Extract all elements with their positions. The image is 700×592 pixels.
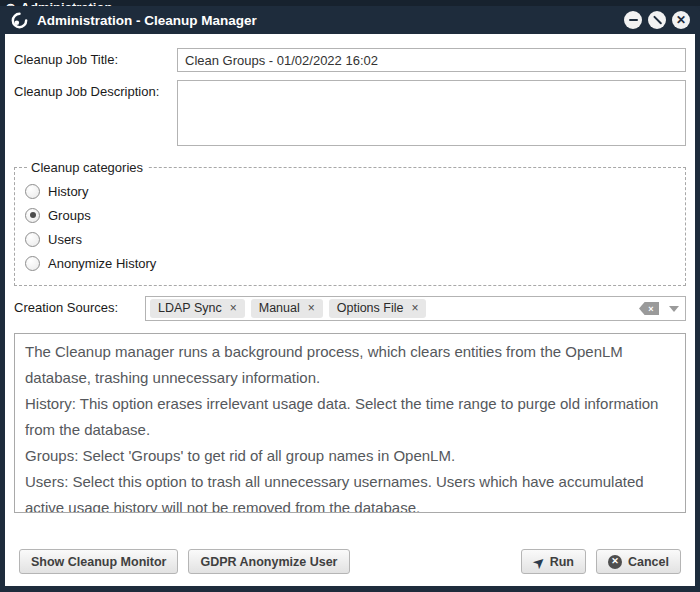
show-cleanup-monitor-label: Show Cleanup Monitor	[31, 555, 166, 569]
cleanup-categories-fieldset: Cleanup categories History Groups Users …	[14, 160, 686, 286]
tag-manual-label: Manual	[259, 301, 300, 316]
dropdown-caret-icon[interactable]	[669, 306, 679, 312]
job-description-label: Cleanup Job Description:	[14, 80, 177, 99]
job-title-label: Cleanup Job Title:	[14, 48, 177, 67]
tag-ldap-sync: LDAP Sync ×	[150, 299, 245, 318]
radio-option-anonymize-history[interactable]: Anonymize History	[25, 251, 675, 275]
tag-options-file-remove-icon[interactable]: ×	[411, 301, 418, 316]
cancel-x-icon: ✕	[608, 555, 622, 569]
history-radio[interactable]	[25, 184, 40, 199]
creation-sources-label: Creation Sources:	[14, 296, 145, 315]
job-description-textarea[interactable]	[177, 80, 686, 146]
tag-manual-remove-icon[interactable]: ×	[308, 301, 315, 316]
dialog-body: Cleanup Job Title: Cleanup Job Descripti…	[5, 34, 695, 586]
show-cleanup-monitor-button[interactable]: Show Cleanup Monitor	[19, 549, 178, 574]
cleanup-info-panel: The Cleanup manager runs a background pr…	[14, 333, 686, 513]
openlm-logo-icon	[10, 11, 29, 30]
dialog-footer: Show Cleanup Monitor GDPR Anonymize User…	[14, 549, 686, 574]
gdpr-anonymize-user-button[interactable]: GDPR Anonymize User	[188, 549, 349, 574]
info-line-history: History: This option erases irrelevant u…	[25, 391, 675, 443]
run-send-icon: ➤	[531, 554, 548, 571]
groups-radio[interactable]	[25, 208, 40, 223]
creation-sources-row: Creation Sources: LDAP Sync × Manual × O…	[14, 296, 686, 321]
info-line-overview: The Cleanup manager runs a background pr…	[25, 339, 675, 391]
minimize-icon[interactable]	[624, 11, 642, 29]
info-line-users: Users: Select this option to trash all u…	[25, 469, 675, 513]
tag-options-file: Options File ×	[329, 299, 427, 318]
clear-all-backspace-icon[interactable]: ×	[639, 302, 659, 315]
dialog-titlebar: Administration - Cleanup Manager ✕	[0, 6, 700, 34]
info-line-groups: Groups: Select 'Groups' to get rid of al…	[25, 443, 675, 469]
tag-options-file-label: Options File	[337, 301, 404, 316]
run-button[interactable]: ➤ Run	[521, 549, 586, 574]
cancel-label: Cancel	[628, 555, 669, 569]
cleanup-categories-legend: Cleanup categories	[27, 160, 147, 175]
tag-ldap-sync-label: LDAP Sync	[158, 301, 222, 316]
job-title-input[interactable]	[177, 48, 686, 72]
tag-ldap-sync-remove-icon[interactable]: ×	[230, 301, 237, 316]
collapse-icon[interactable]	[648, 11, 666, 29]
window-controls: ✕	[624, 11, 690, 29]
anonymize-history-radio-label: Anonymize History	[48, 256, 156, 271]
run-label: Run	[550, 555, 574, 569]
cleanup-manager-dialog: Administration - Cleanup Manager ✕ Clean…	[0, 6, 700, 592]
job-title-row: Cleanup Job Title:	[14, 48, 686, 72]
history-radio-label: History	[48, 184, 88, 199]
groups-radio-label: Groups	[48, 208, 91, 223]
users-radio-label: Users	[48, 232, 82, 247]
gdpr-anonymize-user-label: GDPR Anonymize User	[200, 555, 337, 569]
radio-option-groups[interactable]: Groups	[25, 203, 675, 227]
cancel-button[interactable]: ✕ Cancel	[596, 549, 681, 574]
anonymize-history-radio[interactable]	[25, 256, 40, 271]
tag-manual: Manual ×	[251, 299, 323, 318]
users-radio[interactable]	[25, 232, 40, 247]
dialog-title: Administration - Cleanup Manager	[37, 13, 624, 28]
job-description-row: Cleanup Job Description:	[14, 80, 686, 146]
close-icon[interactable]: ✕	[672, 11, 690, 29]
radio-option-history[interactable]: History	[25, 179, 675, 203]
radio-option-users[interactable]: Users	[25, 227, 675, 251]
creation-sources-tags: LDAP Sync × Manual × Options File ×	[150, 299, 633, 318]
creation-sources-combobox[interactable]: LDAP Sync × Manual × Options File × ×	[145, 296, 686, 321]
